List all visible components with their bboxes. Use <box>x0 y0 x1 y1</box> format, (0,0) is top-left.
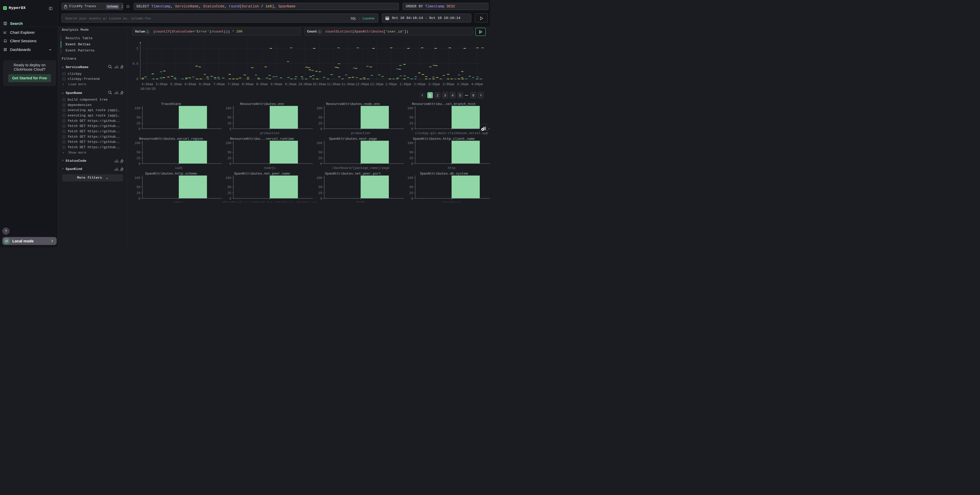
svg-text:0: 0 <box>411 162 413 166</box>
svg-text:25: 25 <box>318 122 322 125</box>
svg-text:6:30am: 6:30am <box>199 82 210 86</box>
svg-text:1:00pm: 1:00pm <box>385 82 397 86</box>
svg-text:8:00am: 8:00am <box>242 82 253 86</box>
svg-text:SpanAttributes.net.peer.name: SpanAttributes.net.peer.name <box>234 172 290 176</box>
svg-text:clickhouse: clickhouse <box>442 201 461 205</box>
svg-text:50: 50 <box>228 186 231 189</box>
svg-text:0: 0 <box>229 127 231 131</box>
svg-text:25: 25 <box>228 157 231 160</box>
svg-text:ResourceAttributes.node.env: ResourceAttributes.node.env <box>326 102 380 106</box>
svg-text:12:00pm: 12:00pm <box>356 82 369 86</box>
svg-text:50: 50 <box>409 116 413 119</box>
svg-text:0: 0 <box>138 162 140 166</box>
svg-text:0: 0 <box>229 197 231 201</box>
svg-text:100: 100 <box>134 141 140 145</box>
svg-text:7:00am: 7:00am <box>213 82 224 86</box>
svg-text:50: 50 <box>228 151 231 154</box>
svg-text:5:30am: 5:30am <box>170 82 181 86</box>
svg-text:ResourceAttribu..cel.branch_ho: ResourceAttribu..cel.branch_host <box>412 102 476 106</box>
svg-text:TraceState: TraceState <box>161 102 181 106</box>
svg-text:50: 50 <box>137 116 140 119</box>
svg-text:ResourceAttributes.env: ResourceAttributes.env <box>240 102 284 106</box>
svg-text:0.5: 0.5 <box>132 62 138 66</box>
svg-text:50: 50 <box>318 186 322 189</box>
svg-text:1: 1 <box>136 47 138 51</box>
svg-text:11:00am: 11:00am <box>327 82 340 86</box>
svg-text:100: 100 <box>134 176 140 180</box>
svg-text:0: 0 <box>411 127 413 131</box>
svg-text:25: 25 <box>137 157 140 160</box>
svg-text:nodejs: nodejs <box>264 167 275 170</box>
svg-text:50: 50 <box>409 151 413 154</box>
svg-text:3:00pm: 3:00pm <box>442 82 454 86</box>
svg-text:100: 100 <box>317 107 322 110</box>
svg-text:0: 0 <box>138 127 140 131</box>
svg-text:100: 100 <box>317 141 322 145</box>
svg-text:100: 100 <box>317 176 322 180</box>
svg-text:6:00am: 6:00am <box>185 82 196 86</box>
svg-text:z5prz9ggc4.us-central1.gcp.cli: z5prz9ggc4.us-central1.gcp.clickhouse-st… <box>223 201 317 205</box>
svg-text:SpanAttributes.next.page: SpanAttributes.next.page <box>329 137 377 141</box>
svg-text:2:30pm: 2:30pm <box>428 82 440 86</box>
svg-text:iad1: iad1 <box>175 167 183 170</box>
svg-text:10:00am: 10:00am <box>298 82 312 86</box>
svg-text:5:00am: 5:00am <box>156 82 167 86</box>
svg-text:100: 100 <box>225 141 231 145</box>
svg-text:8:30am: 8:30am <box>256 82 268 86</box>
svg-text:1:30pm: 1:30pm <box>399 82 411 86</box>
svg-text:100: 100 <box>407 176 413 180</box>
svg-text:50: 50 <box>137 151 140 154</box>
svg-text:2:00pm: 2:00pm <box>414 82 425 86</box>
svg-text:0: 0 <box>229 162 231 166</box>
svg-text:11:30am: 11:30am <box>341 82 355 86</box>
svg-text:100: 100 <box>407 141 413 145</box>
svg-text:50: 50 <box>318 116 322 119</box>
svg-text:10:30am: 10:30am <box>312 82 326 86</box>
svg-text:10/10/25: 10/10/25 <box>140 87 156 91</box>
svg-text:0: 0 <box>136 78 138 81</box>
svg-text:25: 25 <box>318 157 322 160</box>
svg-text:4:00pm: 4:00pm <box>471 82 483 86</box>
svg-text:25: 25 <box>228 122 231 125</box>
svg-text:SpanAttributes.http.client.nam: SpanAttributes.http.client.name <box>413 137 475 141</box>
svg-text:production: production <box>260 132 279 135</box>
svg-text:SpanAttributes.net.peer.port: SpanAttributes.net.peer.port <box>325 172 381 176</box>
svg-text:9:30am: 9:30am <box>285 82 296 86</box>
svg-text:25: 25 <box>137 192 140 195</box>
svg-text:SpanAttributes.db.system: SpanAttributes.db.system <box>420 172 468 176</box>
svg-text:50: 50 <box>137 186 140 189</box>
svg-text:25: 25 <box>409 192 413 195</box>
svg-text:50: 50 <box>228 116 231 119</box>
svg-text:100: 100 <box>407 107 413 110</box>
svg-text:0: 0 <box>320 162 322 166</box>
svg-text:25: 25 <box>409 122 413 125</box>
svg-text:12:30pm: 12:30pm <box>370 82 383 86</box>
svg-text:ResourceAttribu...vercel.runti: ResourceAttribu...vercel.runtime <box>230 137 294 141</box>
svg-text:0: 0 <box>320 197 322 201</box>
svg-text:3:30pm: 3:30pm <box>457 82 468 86</box>
svg-text:https: https <box>174 201 184 205</box>
svg-text:0: 0 <box>320 127 322 131</box>
svg-text:8443: 8443 <box>357 201 364 205</box>
svg-text:/dashboard/[package_name]/page: /dashboard/[package_name]/page <box>332 167 389 170</box>
svg-text:http: http <box>448 167 455 170</box>
svg-text:25: 25 <box>409 157 413 160</box>
svg-text:25: 25 <box>228 192 231 195</box>
svg-text:25: 25 <box>318 192 322 195</box>
svg-text:100: 100 <box>134 107 140 110</box>
svg-text:100: 100 <box>225 176 231 180</box>
svg-text:0: 0 <box>411 197 413 201</box>
svg-text:9:00am: 9:00am <box>270 82 282 86</box>
svg-text:100: 100 <box>225 107 231 110</box>
svg-text:50: 50 <box>409 186 413 189</box>
svg-text:production: production <box>351 132 370 135</box>
svg-text:50: 50 <box>318 151 322 154</box>
svg-text:25: 25 <box>137 122 140 125</box>
svg-text:clickpy-git-main-clickhouse.ve: clickpy-git-main-clickhouse.vercel.app <box>415 132 488 135</box>
svg-text:SpanAttributes.http.scheme: SpanAttributes.http.scheme <box>145 172 197 176</box>
svg-text:4:30am: 4:30am <box>142 82 153 86</box>
svg-text:0: 0 <box>138 197 140 201</box>
svg-text:ResourceAttributes.vercel.regi: ResourceAttributes.vercel.region <box>139 137 203 141</box>
svg-text:7:30am: 7:30am <box>228 82 239 86</box>
